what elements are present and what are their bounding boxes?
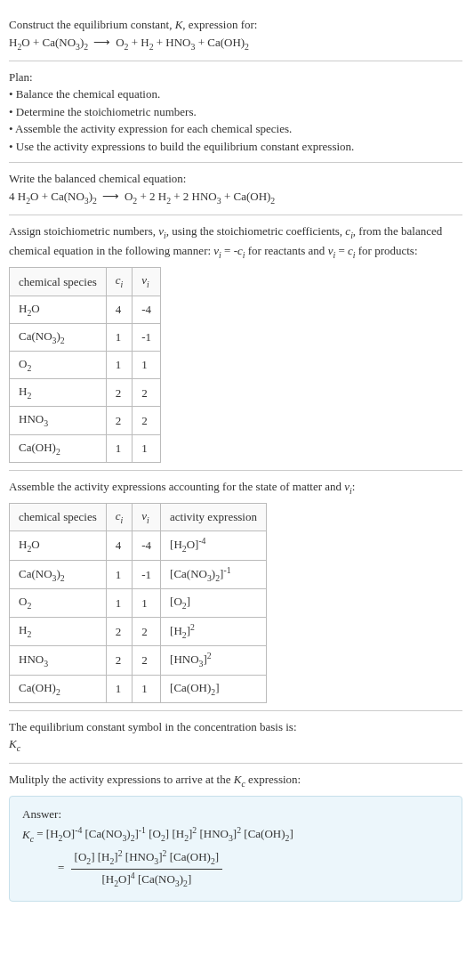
stoich-section: Assign stoichiometric numbers, νi, using… (9, 215, 462, 471)
table-row: HNO322 (10, 407, 161, 434)
plan-section: Plan: • Balance the chemical equation. •… (9, 61, 462, 164)
table-row: Ca(OH)211 (10, 434, 161, 462)
activity-desc: Assemble the activity expressions accoun… (9, 478, 462, 498)
table-row: O211 (10, 352, 161, 379)
kc-symbol: Kc (9, 735, 462, 755)
col-species: chemical species (10, 504, 107, 531)
plan-bullet: • Use the activity expressions to build … (9, 138, 462, 156)
activity-section: Assemble the activity expressions accoun… (9, 471, 462, 711)
kc-line: The equilibrium constant symbol in the c… (9, 718, 462, 736)
plan-bullet: • Balance the chemical equation. (9, 85, 462, 103)
kc-expression-line2: = [O2] [H2]2 [HNO3]2 [Ca(OH)2] [H2O]4 [C… (58, 847, 449, 890)
kc-section: The equilibrium constant symbol in the c… (9, 711, 462, 764)
table-row: Ca(NO3)21-1[Ca(NO3)2]-1 (10, 560, 267, 589)
table-row: O211[O2] (10, 589, 267, 617)
plan-bullet: • Determine the stoichiometric numbers. (9, 103, 462, 121)
col-vi: νi (133, 268, 161, 296)
table-row: H222[H2]2 (10, 617, 267, 646)
table-row: Ca(OH)211[Ca(OH)2] (10, 675, 267, 702)
balanced-equation: 4 H2O + Ca(NO3)2⟶O2 + 2 H2 + 2 HNO3 + Ca… (9, 188, 462, 207)
activity-table: chemical species ci νi activity expressi… (9, 503, 267, 703)
col-ci: ci (106, 504, 133, 531)
table-row: H2O4-4 (10, 296, 161, 323)
col-ci: ci (106, 268, 133, 296)
answer-box: Answer: Kc = [H2O]-4 [Ca(NO3)2]-1 [O2] [… (9, 796, 462, 902)
stoich-table: chemical species ci νi H2O4-4 Ca(NO3)21-… (9, 267, 161, 463)
col-species: chemical species (10, 268, 107, 296)
balanced-section: Write the balanced chemical equation: 4 … (9, 163, 462, 215)
kc-expression-line1: Kc = [H2O]-4 [Ca(NO3)2]-1 [O2] [H2]2 [HN… (22, 824, 449, 846)
intro-section: Construct the equilibrium constant, K, e… (9, 9, 462, 61)
answer-label: Answer: (22, 806, 449, 823)
stoich-desc: Assign stoichiometric numbers, νi, using… (9, 223, 462, 262)
intro-equation: H2O + Ca(NO3)2⟶O2 + H2 + HNO3 + Ca(OH)2 (9, 34, 462, 53)
table-row: HNO322[HNO3]2 (10, 646, 267, 676)
intro-line: Construct the equilibrium constant, K, e… (9, 16, 462, 34)
table-row: Ca(NO3)21-1 (10, 323, 161, 351)
final-section: Mulitply the activity expressions to arr… (9, 764, 462, 909)
final-desc: Mulitply the activity expressions to arr… (9, 771, 462, 790)
plan-bullet: • Assemble the activity expression for e… (9, 120, 462, 138)
plan-title: Plan: (9, 69, 462, 86)
col-vi: νi (133, 504, 161, 531)
col-activity: activity expression (161, 504, 267, 531)
balanced-title: Write the balanced chemical equation: (9, 170, 462, 188)
table-row: H2O4-4[H2O]-4 (10, 531, 267, 561)
table-row: H222 (10, 379, 161, 407)
